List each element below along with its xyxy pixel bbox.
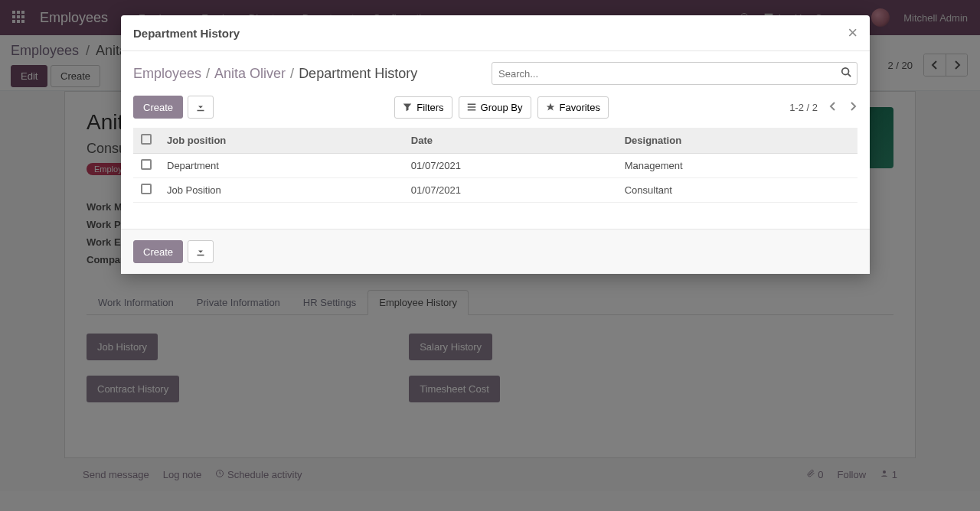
svg-rect-15 — [467, 109, 475, 111]
history-table: Job position Date Designation Department… — [133, 128, 858, 203]
cell-job-position: Department — [159, 154, 403, 178]
modal-search-input[interactable] — [492, 62, 858, 85]
modal-filter-buttons: Filters Group By Favorites — [394, 96, 609, 119]
svg-rect-14 — [467, 106, 475, 108]
filters-button[interactable]: Filters — [394, 96, 452, 119]
modal-title: Department History — [133, 27, 240, 40]
modal-search-wrap — [492, 62, 858, 85]
favorites-button[interactable]: Favorites — [537, 96, 609, 119]
modal-pager-prev[interactable] — [828, 102, 838, 113]
row-checkbox[interactable] — [141, 159, 152, 170]
modal-pager-arrows — [828, 102, 858, 113]
modal-left-buttons: Create — [133, 96, 214, 119]
modal-crumb-root[interactable]: Employees — [133, 66, 201, 82]
modal-spacer — [133, 203, 858, 226]
modal-export-button[interactable] — [188, 96, 214, 119]
col-designation[interactable]: Designation — [617, 128, 858, 154]
cell-designation: Consultant — [617, 178, 858, 203]
cell-date: 01/07/2021 — [403, 154, 617, 178]
group-by-button[interactable]: Group By — [459, 96, 531, 119]
modal-create-button[interactable]: Create — [133, 96, 183, 119]
modal-header: Department History × — [121, 15, 870, 51]
modal-crumb-current: Department History — [299, 66, 417, 82]
modal-breadcrumb: Employees / Anita Oliver / Department Hi… — [133, 66, 417, 82]
modal-controls-row: Create Filters Group By Favorites — [133, 96, 858, 119]
table-row[interactable]: Department 01/07/2021 Management — [133, 154, 858, 178]
select-all-column — [133, 128, 159, 154]
modal-pager-next[interactable] — [848, 102, 858, 113]
search-icon[interactable] — [841, 67, 851, 80]
modal-pager: 1-2 / 2 — [789, 102, 858, 113]
modal-top-row: Employees / Anita Oliver / Department Hi… — [133, 62, 858, 85]
col-job-position[interactable]: Job position — [159, 128, 403, 154]
modal-body: Employees / Anita Oliver / Department Hi… — [121, 51, 870, 229]
modal-footer: Create — [121, 229, 870, 274]
cell-designation: Management — [617, 154, 858, 178]
modal-close-button[interactable]: × — [848, 24, 858, 41]
svg-rect-13 — [467, 104, 475, 106]
row-checkbox[interactable] — [141, 184, 152, 194]
table-header-row: Job position Date Designation — [133, 128, 858, 154]
cell-job-position: Job Position — [159, 178, 403, 203]
modal-footer-export-button[interactable] — [188, 240, 214, 263]
modal-pager-text: 1-2 / 2 — [789, 102, 818, 113]
cell-date: 01/07/2021 — [403, 178, 617, 203]
svg-point-12 — [842, 68, 849, 75]
modal-crumb-parent[interactable]: Anita Oliver — [214, 66, 286, 82]
table-row[interactable]: Job Position 01/07/2021 Consultant — [133, 178, 858, 203]
department-history-modal: Department History × Employees / Anita O… — [121, 15, 870, 274]
select-all-checkbox[interactable] — [141, 134, 152, 145]
modal-footer-create-button[interactable]: Create — [133, 240, 183, 263]
col-date[interactable]: Date — [403, 128, 617, 154]
